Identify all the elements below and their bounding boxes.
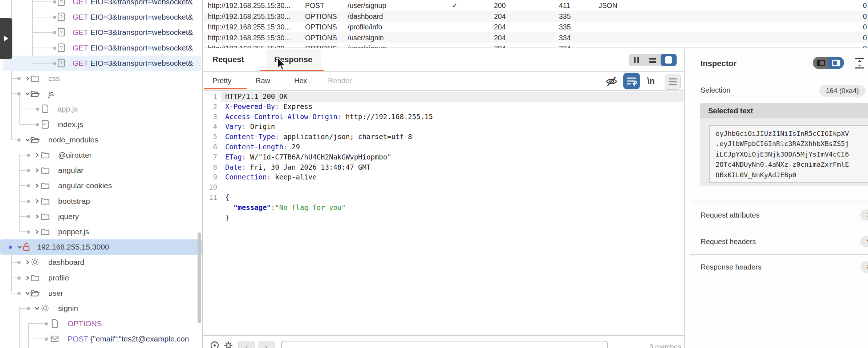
subtab-hex[interactable]: Hex xyxy=(294,72,307,90)
tree-row-app.js[interactable]: app.js xyxy=(0,101,202,117)
tree-row-post[interactable]: POST {"email":"tes2t@example.con xyxy=(0,331,202,347)
tree-node-dot xyxy=(17,292,21,295)
tree-row-angular-cookies[interactable]: angular-cookies xyxy=(0,178,202,193)
inspector-left-layout-button[interactable] xyxy=(813,57,828,69)
search-target-button[interactable] xyxy=(210,341,219,348)
tree-row-dashboard[interactable]: dashboard xyxy=(0,255,202,270)
sidebar-scrollbar-thumb[interactable] xyxy=(198,232,201,323)
tree-label: GET xyxy=(73,0,90,9)
request-row[interactable]: http://192.168.255.15:30...OPTIONS/profi… xyxy=(203,21,868,32)
response-code-viewer[interactable]: 1HTTP/1.1 200 OK2X-Powered-By: Express3A… xyxy=(203,91,684,335)
chevron-right-icon[interactable] xyxy=(34,198,40,204)
tree-label: EIO=3&transport=websocket& xyxy=(90,25,193,40)
collapse-all-icon xyxy=(854,57,865,69)
tree-row-profile[interactable]: profile xyxy=(0,270,202,286)
envelope-icon xyxy=(50,334,60,344)
chevron-right-icon[interactable] xyxy=(25,259,31,265)
newline-glyph-button[interactable]: \n xyxy=(647,73,654,89)
code-line: HTTP/1.1 200 OK xyxy=(225,92,288,102)
tree-label: angular xyxy=(58,163,84,178)
tree-label: EIO=3&transport=websocket& xyxy=(90,0,193,9)
selected-text-box[interactable]: eyJhbGciOiJIUzI1NiIsInR5cCI6IkpXV.eyJlbW… xyxy=(709,125,868,183)
search-input[interactable] xyxy=(281,341,608,348)
subtab-render[interactable]: Render xyxy=(328,72,352,90)
folder-icon xyxy=(30,273,40,283)
tree-row-node-modules[interactable]: node_modules xyxy=(0,132,202,147)
tree-row-options[interactable]: OPTIONS xyxy=(0,316,202,331)
tree-row-get[interactable]: ?GET EIO=3&transport=websocket& xyxy=(0,40,202,56)
tree-row-angular[interactable]: angular xyxy=(0,163,202,178)
chevron-down-icon[interactable] xyxy=(25,91,31,97)
chevron-down-icon[interactable] xyxy=(25,137,31,143)
line-number: 7 xyxy=(203,152,217,162)
search-next-button[interactable]: › xyxy=(258,341,275,348)
code-line: } xyxy=(225,213,229,223)
sidebar-divider[interactable] xyxy=(202,0,203,348)
tree-label: GET xyxy=(73,56,90,71)
tree-label: EIO=3&transport=websocket& xyxy=(90,9,193,25)
chevron-right-icon[interactable] xyxy=(34,214,40,219)
code-line: Content-Length: 29 xyxy=(225,142,300,152)
tree-row-get[interactable]: ?GET EIO=3&transport=websocket& xyxy=(0,0,202,9)
table-bottom-divider[interactable] xyxy=(203,48,868,48)
request-row[interactable]: http://192.168.255.15:30...OPTIONS/user/… xyxy=(203,32,868,43)
collapse-panel-handle[interactable] xyxy=(0,18,12,59)
tree-label: app.js xyxy=(57,101,78,117)
tree-label: popper.js xyxy=(58,224,89,239)
folder-icon xyxy=(30,73,40,83)
tree-row-css[interactable]: css xyxy=(0,71,202,86)
rows-layout-button[interactable] xyxy=(645,54,661,66)
tree-label: GET xyxy=(73,40,90,56)
hide-invisible-chars-button[interactable] xyxy=(605,75,618,88)
inspector-divider[interactable] xyxy=(684,49,685,348)
collapse-all-button[interactable] xyxy=(854,57,865,69)
tree-row-signin[interactable]: signin xyxy=(0,301,202,316)
tree-row-js[interactable]: js xyxy=(0,86,202,101)
cell-status: 200 xyxy=(494,0,506,11)
inspector-section-response-headers[interactable]: Response headers8 xyxy=(690,254,868,279)
viewer-menu-button[interactable] xyxy=(665,74,681,90)
tree-row-jquery[interactable]: jquery xyxy=(0,209,202,224)
tab-request[interactable]: Request xyxy=(212,49,244,70)
tree-row-user[interactable]: user xyxy=(0,286,202,301)
request-row[interactable]: http://192.168.255.15:30...OPTIONS/dashb… xyxy=(203,11,868,22)
search-prev-button[interactable]: ‹ xyxy=(238,341,255,348)
tree-row-popper.js[interactable]: popper.js xyxy=(0,224,202,239)
inspector-section-request-attributes[interactable]: Request attributes2 xyxy=(690,202,868,228)
chevron-down-icon[interactable] xyxy=(25,290,31,296)
chevron-down-icon[interactable] xyxy=(34,305,40,311)
chevron-right-icon[interactable] xyxy=(25,275,31,281)
tree-row-get[interactable]: ?GET EIO=3&transport=websocket& xyxy=(0,56,202,71)
single-layout-button[interactable] xyxy=(661,54,677,66)
word-wrap-icon xyxy=(623,73,640,89)
search-settings-button[interactable] xyxy=(224,341,233,348)
tree-row-get[interactable]: ?GET EIO=3&transport=websocket& xyxy=(0,9,202,25)
request-row[interactable]: http://192.168.255.15:30...POST/user/sig… xyxy=(203,0,868,11)
code-line: X-Powered-By: Express xyxy=(225,102,312,112)
inspector-right-layout-button[interactable] xyxy=(828,57,844,69)
line-number: 1 xyxy=(203,92,217,102)
word-wrap-button[interactable] xyxy=(623,73,640,89)
tree-row-bootstrap[interactable]: bootstrap xyxy=(0,194,202,209)
line-number: 9 xyxy=(203,172,217,182)
chevron-right-icon[interactable] xyxy=(34,167,40,173)
tree-row-192.168.255.15-3000[interactable]: 192.168.255.15:3000 xyxy=(0,239,202,255)
chevron-right-icon[interactable] xyxy=(25,76,31,81)
subtab-raw[interactable]: Raw xyxy=(256,72,270,90)
chevron-right-icon[interactable] xyxy=(34,229,40,235)
inspector-section-request-headers[interactable]: Request headers9 xyxy=(690,228,868,255)
cell-extra: 0 xyxy=(863,21,867,32)
tree-row-index.js[interactable]: index.js xyxy=(0,117,202,132)
tree-row-@uirouter[interactable]: @uirouter xyxy=(0,147,202,163)
tree-row-get[interactable]: ?GET EIO=3&transport=websocket& xyxy=(0,25,202,40)
selected-text-header[interactable]: Selected text xyxy=(700,103,868,118)
tree-label: 192.168.255.15:3000 xyxy=(37,239,109,255)
request-row[interactable]: http://192.168.255.15:30...OPTIONS/user/… xyxy=(203,43,868,48)
tree-label: @uirouter xyxy=(58,147,92,163)
tree-node-dot xyxy=(27,215,30,218)
columns-layout-button[interactable] xyxy=(629,54,645,66)
subtab-pretty[interactable]: Pretty xyxy=(212,72,231,90)
chevron-right-icon[interactable] xyxy=(34,152,40,158)
tree-node-dot xyxy=(17,138,21,142)
chevron-right-icon[interactable] xyxy=(34,183,40,189)
